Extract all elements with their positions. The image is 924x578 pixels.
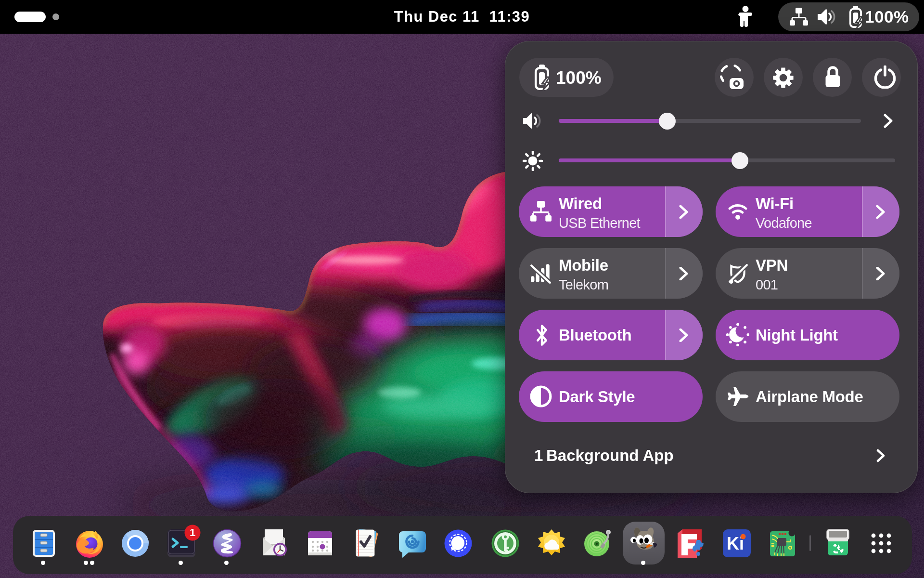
svg-text:1: 1 bbox=[190, 526, 195, 539]
